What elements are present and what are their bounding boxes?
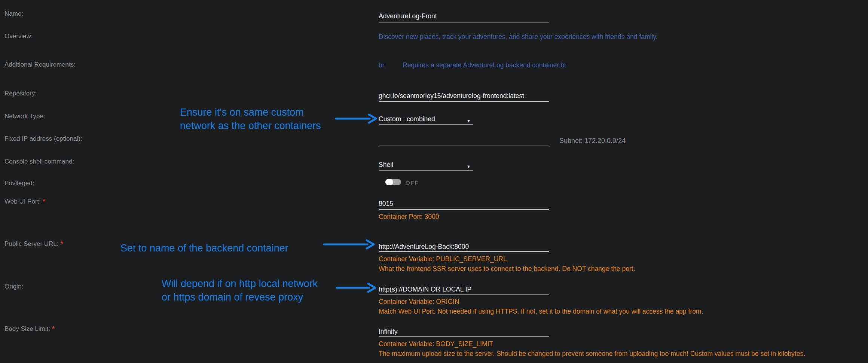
required-asterisk: * [52,325,55,332]
origin-label: Origin: [4,283,23,291]
overview-text: Discover new places, track your adventur… [379,33,658,41]
console-shell-select[interactable]: Shell ▼ [379,161,473,171]
body-size-limit-input[interactable]: Infinity [379,327,549,337]
fixed-ip-label: Fixed IP address (optional): [4,135,82,143]
annotation-network-type: Ensure it's on same custom network as th… [180,106,321,132]
privileged-state: OFF [406,180,419,186]
console-shell-value: Shell [379,161,393,168]
repository-input[interactable]: ghcr.io/seanmorley15/adventurelog-fronte… [379,92,549,102]
console-shell-label: Console shell command: [4,158,74,166]
subnet-note: Subnet: 172.20.0.0/24 [559,137,626,145]
annotation-line: network as the other containers [180,119,321,132]
name-label: Name: [4,10,23,18]
web-ui-port-value: 8015 [379,200,393,207]
annotation-origin: Will depend if on http local network or … [162,277,318,304]
annotation-public-server-url: Set to name of the backend container [120,242,288,254]
body-size-limit-value: Infinity [379,328,398,335]
origin-hint-variable: Container Variable: ORIGIN [379,298,459,306]
container-edit-form: Name: AdventureLog-Front Overview: Disco… [0,0,868,363]
network-type-select[interactable]: Custom : combined ▼ [379,115,473,125]
body-size-limit-label: Body Size Limit:* [4,325,55,333]
annotation-arrow-icon [334,113,378,124]
repository-label: Repository: [4,89,37,98]
annotation-line: Ensure it's on same custom [180,106,321,119]
name-input[interactable]: AdventureLog-Front [379,12,549,22]
public-server-url-input[interactable]: http://AdventureLog-Back:8000 [379,242,549,252]
origin-value: http(s)://DOMAIN OR LOCAL IP [379,286,471,293]
network-type-value: Custom : combined [379,115,435,123]
additional-requirements-label: Additional Requirements: [4,61,76,69]
required-asterisk: * [43,198,45,205]
fixed-ip-input[interactable] [379,136,549,146]
privileged-toggle[interactable] [385,179,401,185]
origin-input[interactable]: http(s)://DOMAIN OR LOCAL IP [379,285,549,295]
annotation-line: Will depend if on http local network [162,277,318,290]
additional-requirements-prefix: br [379,61,403,69]
overview-label: Overview: [4,32,33,40]
additional-requirements-value: Requires a separate AdventureLog backend… [403,61,566,69]
public-server-url-label: Public Server URL:* [4,240,63,248]
body-size-limit-hint-desc: The maximum upload size to the server. S… [379,350,805,358]
privileged-label: Privileged: [4,179,34,187]
annotation-line: Set to name of the backend container [120,242,288,254]
chevron-down-icon: ▼ [467,162,471,171]
origin-hint-desc: Match Web UI Port. Not needed if using H… [379,307,703,315]
web-ui-port-label: Web UI Port:* [4,198,45,206]
required-asterisk: * [61,240,63,247]
public-server-url-hint-variable: Container Variable: PUBLIC_SERVER_URL [379,255,507,263]
body-size-limit-hint-variable: Container Variable: BODY_SIZE_LIMIT [379,340,493,348]
web-ui-port-hint: Container Port: 3000 [379,213,439,221]
name-value: AdventureLog-Front [379,12,437,20]
public-server-url-value: http://AdventureLog-Back:8000 [379,243,469,250]
annotation-line: or https domain of revese proxy [162,290,318,304]
web-ui-port-input[interactable]: 8015 [379,199,549,210]
toggle-knob [385,179,393,185]
chevron-down-icon: ▼ [467,117,471,125]
annotation-arrow-icon [335,282,377,293]
repository-value: ghcr.io/seanmorley15/adventurelog-fronte… [379,92,524,100]
public-server-url-hint-desc: What the frontend SSR server uses to con… [379,265,635,273]
annotation-arrow-icon [323,239,376,250]
additional-requirements-text: brRequires a separate AdventureLog backe… [379,61,566,69]
network-type-label: Network Type: [4,112,45,121]
